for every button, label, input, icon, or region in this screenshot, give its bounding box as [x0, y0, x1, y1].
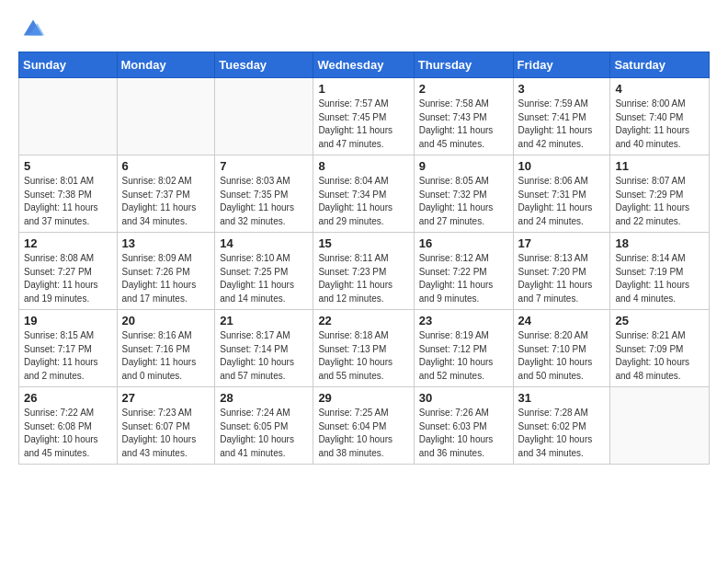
day-info: Sunrise: 7:22 AMSunset: 6:08 PMDaylight:… — [24, 407, 112, 460]
calendar-cell: 7Sunrise: 8:03 AMSunset: 7:35 PMDaylight… — [215, 155, 313, 233]
week-row-5: 26Sunrise: 7:22 AMSunset: 6:08 PMDayligh… — [19, 387, 710, 465]
day-info: Sunrise: 8:06 AMSunset: 7:31 PMDaylight:… — [518, 175, 606, 228]
day-number: 6 — [122, 159, 210, 173]
day-info: Sunrise: 7:57 AMSunset: 7:45 PMDaylight:… — [318, 98, 408, 151]
day-info: Sunrise: 8:02 AMSunset: 7:37 PMDaylight:… — [122, 175, 210, 228]
calendar-cell: 6Sunrise: 8:02 AMSunset: 7:37 PMDaylight… — [117, 155, 215, 233]
calendar-cell: 21Sunrise: 8:17 AMSunset: 7:14 PMDayligh… — [215, 310, 313, 387]
calendar-cell: 29Sunrise: 7:25 AMSunset: 6:04 PMDayligh… — [313, 387, 414, 465]
day-number: 27 — [122, 391, 210, 405]
calendar-cell: 19Sunrise: 8:15 AMSunset: 7:17 PMDayligh… — [19, 310, 118, 387]
day-number: 7 — [220, 159, 308, 173]
day-info: Sunrise: 8:17 AMSunset: 7:14 PMDaylight:… — [220, 329, 308, 383]
calendar-cell — [610, 387, 710, 465]
logo-icon — [20, 15, 46, 40]
day-number: 12 — [24, 236, 112, 250]
day-number: 21 — [220, 314, 308, 327]
calendar-cell: 25Sunrise: 8:21 AMSunset: 7:09 PMDayligh… — [610, 310, 710, 387]
calendar-cell: 2Sunrise: 7:58 AMSunset: 7:43 PMDaylight… — [414, 78, 513, 155]
day-info: Sunrise: 8:08 AMSunset: 7:27 PMDaylight:… — [24, 252, 112, 305]
day-number: 18 — [615, 236, 704, 250]
calendar-cell: 23Sunrise: 8:19 AMSunset: 7:12 PMDayligh… — [414, 310, 513, 387]
page: SundayMondayTuesdayWednesdayThursdayFrid… — [0, 0, 728, 563]
calendar-cell: 4Sunrise: 8:00 AMSunset: 7:40 PMDaylight… — [610, 78, 710, 155]
calendar-header-wednesday: Wednesday — [313, 52, 414, 78]
calendar-cell: 10Sunrise: 8:06 AMSunset: 7:31 PMDayligh… — [513, 155, 610, 233]
calendar-cell: 22Sunrise: 8:18 AMSunset: 7:13 PMDayligh… — [313, 310, 414, 387]
day-number: 17 — [518, 236, 606, 250]
day-info: Sunrise: 7:26 AMSunset: 6:03 PMDaylight:… — [419, 407, 508, 460]
day-info: Sunrise: 8:16 AMSunset: 7:16 PMDaylight:… — [122, 329, 210, 383]
calendar-header-saturday: Saturday — [610, 52, 710, 78]
day-number: 9 — [419, 159, 508, 173]
day-number: 31 — [518, 391, 606, 405]
calendar-cell: 12Sunrise: 8:08 AMSunset: 7:27 PMDayligh… — [19, 233, 118, 310]
calendar-cell: 27Sunrise: 7:23 AMSunset: 6:07 PMDayligh… — [117, 387, 215, 465]
day-number: 23 — [419, 314, 508, 327]
day-number: 24 — [518, 314, 606, 327]
day-number: 15 — [318, 236, 408, 250]
logo — [18, 15, 46, 40]
day-info: Sunrise: 8:03 AMSunset: 7:35 PMDaylight:… — [220, 175, 308, 228]
calendar-cell: 5Sunrise: 8:01 AMSunset: 7:38 PMDaylight… — [19, 155, 118, 233]
day-info: Sunrise: 8:21 AMSunset: 7:09 PMDaylight:… — [615, 329, 704, 383]
calendar-cell — [215, 78, 313, 155]
calendar-cell: 28Sunrise: 7:24 AMSunset: 6:05 PMDayligh… — [215, 387, 313, 465]
day-info: Sunrise: 8:19 AMSunset: 7:12 PMDaylight:… — [419, 329, 508, 383]
day-info: Sunrise: 8:11 AMSunset: 7:23 PMDaylight:… — [318, 252, 408, 305]
week-row-4: 19Sunrise: 8:15 AMSunset: 7:17 PMDayligh… — [19, 310, 710, 387]
calendar-header-sunday: Sunday — [19, 52, 118, 78]
day-number: 4 — [615, 82, 704, 96]
calendar-cell: 24Sunrise: 8:20 AMSunset: 7:10 PMDayligh… — [513, 310, 610, 387]
day-info: Sunrise: 7:23 AMSunset: 6:07 PMDaylight:… — [122, 407, 210, 460]
day-number: 19 — [24, 314, 112, 327]
calendar-header-friday: Friday — [513, 52, 610, 78]
day-number: 1 — [318, 82, 408, 96]
day-info: Sunrise: 8:14 AMSunset: 7:19 PMDaylight:… — [615, 252, 704, 305]
calendar-cell: 31Sunrise: 7:28 AMSunset: 6:02 PMDayligh… — [513, 387, 610, 465]
day-info: Sunrise: 8:00 AMSunset: 7:40 PMDaylight:… — [615, 98, 704, 151]
day-number: 3 — [518, 82, 606, 96]
day-info: Sunrise: 8:10 AMSunset: 7:25 PMDaylight:… — [220, 252, 308, 305]
day-number: 16 — [419, 236, 508, 250]
calendar-header-row: SundayMondayTuesdayWednesdayThursdayFrid… — [19, 52, 710, 78]
calendar-cell: 1Sunrise: 7:57 AMSunset: 7:45 PMDaylight… — [313, 78, 414, 155]
day-number: 25 — [615, 314, 704, 327]
day-info: Sunrise: 8:09 AMSunset: 7:26 PMDaylight:… — [122, 252, 210, 305]
day-info: Sunrise: 7:28 AMSunset: 6:02 PMDaylight:… — [518, 407, 606, 460]
week-row-3: 12Sunrise: 8:08 AMSunset: 7:27 PMDayligh… — [19, 233, 710, 310]
calendar-cell: 20Sunrise: 8:16 AMSunset: 7:16 PMDayligh… — [117, 310, 215, 387]
day-number: 14 — [220, 236, 308, 250]
header — [18, 15, 710, 40]
day-number: 20 — [122, 314, 210, 327]
calendar-header-monday: Monday — [117, 52, 215, 78]
calendar-cell: 16Sunrise: 8:12 AMSunset: 7:22 PMDayligh… — [414, 233, 513, 310]
day-number: 5 — [24, 159, 112, 173]
calendar-header-tuesday: Tuesday — [215, 52, 313, 78]
calendar-cell: 15Sunrise: 8:11 AMSunset: 7:23 PMDayligh… — [313, 233, 414, 310]
calendar-cell: 8Sunrise: 8:04 AMSunset: 7:34 PMDaylight… — [313, 155, 414, 233]
calendar-cell: 30Sunrise: 7:26 AMSunset: 6:03 PMDayligh… — [414, 387, 513, 465]
calendar-cell: 3Sunrise: 7:59 AMSunset: 7:41 PMDaylight… — [513, 78, 610, 155]
day-info: Sunrise: 7:59 AMSunset: 7:41 PMDaylight:… — [518, 98, 606, 151]
day-info: Sunrise: 8:13 AMSunset: 7:20 PMDaylight:… — [518, 252, 606, 305]
day-number: 10 — [518, 159, 606, 173]
day-number: 13 — [122, 236, 210, 250]
day-info: Sunrise: 8:15 AMSunset: 7:17 PMDaylight:… — [24, 329, 112, 383]
day-info: Sunrise: 8:07 AMSunset: 7:29 PMDaylight:… — [615, 175, 704, 228]
day-info: Sunrise: 8:18 AMSunset: 7:13 PMDaylight:… — [318, 329, 408, 383]
day-info: Sunrise: 8:05 AMSunset: 7:32 PMDaylight:… — [419, 175, 508, 228]
day-number: 2 — [419, 82, 508, 96]
calendar-cell: 14Sunrise: 8:10 AMSunset: 7:25 PMDayligh… — [215, 233, 313, 310]
day-info: Sunrise: 7:24 AMSunset: 6:05 PMDaylight:… — [220, 407, 308, 460]
day-number: 22 — [318, 314, 408, 327]
calendar-table: SundayMondayTuesdayWednesdayThursdayFrid… — [18, 52, 710, 465]
day-info: Sunrise: 8:04 AMSunset: 7:34 PMDaylight:… — [318, 175, 408, 228]
calendar-header-thursday: Thursday — [414, 52, 513, 78]
calendar-cell: 17Sunrise: 8:13 AMSunset: 7:20 PMDayligh… — [513, 233, 610, 310]
calendar-cell: 11Sunrise: 8:07 AMSunset: 7:29 PMDayligh… — [610, 155, 710, 233]
week-row-1: 1Sunrise: 7:57 AMSunset: 7:45 PMDaylight… — [19, 78, 710, 155]
week-row-2: 5Sunrise: 8:01 AMSunset: 7:38 PMDaylight… — [19, 155, 710, 233]
calendar-cell: 26Sunrise: 7:22 AMSunset: 6:08 PMDayligh… — [19, 387, 118, 465]
calendar-cell: 18Sunrise: 8:14 AMSunset: 7:19 PMDayligh… — [610, 233, 710, 310]
